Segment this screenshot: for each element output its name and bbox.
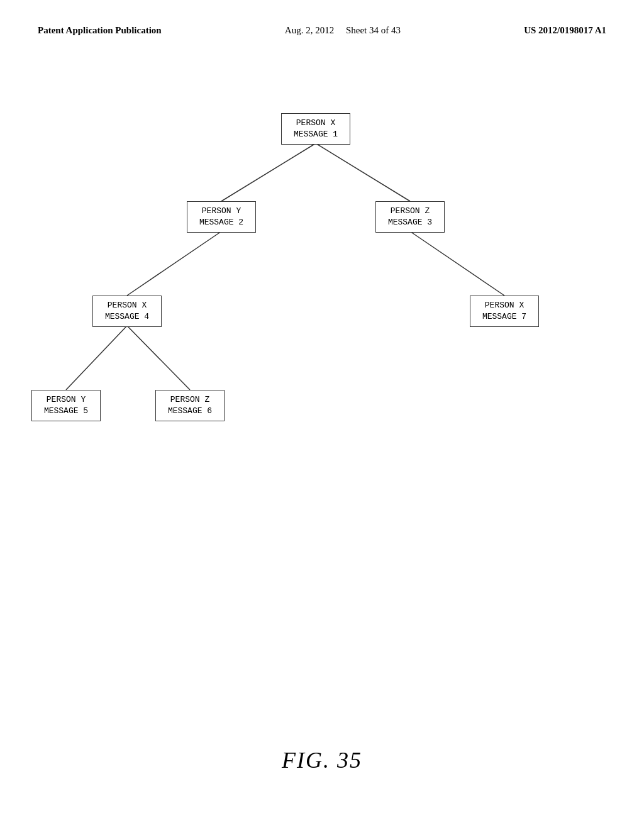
header-left: Patent Application Publication <box>38 25 162 36</box>
svg-line-0 <box>221 143 316 201</box>
node-z3-line2: MESSAGE 3 <box>382 217 438 228</box>
node-y2-line2: MESSAGE 2 <box>194 217 249 228</box>
node-person-z-msg3: PERSON Z MESSAGE 3 <box>375 201 445 233</box>
node-root-line1: PERSON X <box>288 118 343 129</box>
svg-line-4 <box>66 326 127 390</box>
connections-svg <box>0 113 644 585</box>
node-x7-line2: MESSAGE 7 <box>477 311 532 323</box>
sheet-number: Sheet 34 of 43 <box>346 25 401 35</box>
page-header: Patent Application Publication Aug. 2, 2… <box>0 0 644 36</box>
node-person-y-msg5: PERSON Y MESSAGE 5 <box>31 390 101 421</box>
node-person-x-msg1: PERSON X MESSAGE 1 <box>281 113 350 145</box>
patent-number: US 2012/0198017 A1 <box>524 25 606 35</box>
header-right: US 2012/0198017 A1 <box>524 25 606 36</box>
svg-line-5 <box>127 326 190 390</box>
svg-line-3 <box>410 231 504 296</box>
node-y5-line2: MESSAGE 5 <box>38 406 94 417</box>
node-person-x-msg7: PERSON X MESSAGE 7 <box>470 296 539 327</box>
figure-label: FIG. 35 <box>282 747 362 773</box>
svg-line-2 <box>127 231 221 296</box>
node-person-y-msg2: PERSON Y MESSAGE 2 <box>187 201 256 233</box>
node-person-z-msg6: PERSON Z MESSAGE 6 <box>155 390 225 421</box>
svg-line-1 <box>316 143 410 201</box>
node-x4-line2: MESSAGE 4 <box>99 311 155 323</box>
node-x7-line1: PERSON X <box>477 300 532 311</box>
node-z6-line2: MESSAGE 6 <box>162 406 218 417</box>
node-y2-line1: PERSON Y <box>194 206 249 217</box>
header-center: Aug. 2, 2012 Sheet 34 of 43 <box>285 25 401 36</box>
node-root-line2: MESSAGE 1 <box>288 129 343 140</box>
figure-label-text: FIG. 35 <box>282 748 362 773</box>
node-z6-line1: PERSON Z <box>162 394 218 406</box>
node-z3-line1: PERSON Z <box>382 206 438 217</box>
node-person-x-msg4: PERSON X MESSAGE 4 <box>92 296 162 327</box>
node-y5-line1: PERSON Y <box>38 394 94 406</box>
diagram-area: PERSON X MESSAGE 1 PERSON Y MESSAGE 2 PE… <box>0 113 644 585</box>
publication-date: Aug. 2, 2012 <box>285 25 334 35</box>
publication-title: Patent Application Publication <box>38 25 162 35</box>
node-x4-line1: PERSON X <box>99 300 155 311</box>
